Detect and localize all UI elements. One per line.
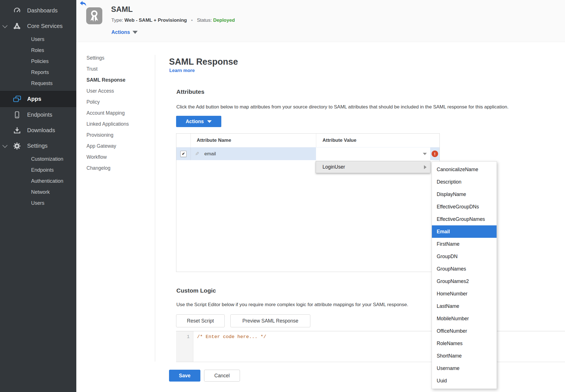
tab-account-mapping[interactable]: Account Mapping [86, 108, 151, 119]
menu-item[interactable]: GroupDN [432, 250, 497, 263]
menu-item[interactable]: HomeNumber [432, 288, 497, 300]
menu-item[interactable]: FirstName [432, 238, 497, 250]
attribute-name-cell[interactable]: ✎ email [191, 147, 316, 160]
saml-app-icon [86, 7, 102, 24]
context-menu-loginuser[interactable]: LoginUser [316, 161, 430, 173]
sidebar-item-downloads[interactable]: Downloads [0, 123, 76, 138]
header-actions-menu[interactable]: Actions [111, 29, 138, 35]
column-header-attribute-name: Attribute Name [191, 134, 316, 147]
phone-icon [12, 111, 21, 119]
menu-item-selected[interactable]: Email [432, 225, 497, 238]
attribute-name-value: email [204, 151, 216, 157]
app-header: SAML Type: Web - SAML + Provisioning • S… [76, 0, 565, 42]
menu-item[interactable]: EffectiveGroupNames [432, 213, 497, 225]
sidebar-item-network[interactable]: Network [0, 187, 76, 198]
page: Dashboards Core Services Users Roles Pol… [0, 0, 565, 392]
script-editor[interactable]: 1 /* Enter code here... */ [176, 331, 565, 362]
app-meta: Type: Web - SAML + Provisioning • Status… [111, 18, 235, 23]
download-icon [12, 127, 21, 134]
menu-item[interactable]: MobileNumber [432, 312, 497, 325]
attributes-table: Attribute Name Attribute Value ✎ email [176, 133, 440, 272]
status-label: Status: [197, 18, 212, 23]
sidebar-item-apps[interactable]: Apps [0, 91, 76, 107]
sidebar-item-label: Downloads [27, 127, 55, 134]
type-value: Web - SAML + Provisioning [124, 18, 187, 23]
attribute-value-dropdown[interactable] [316, 147, 430, 160]
tab-provisioning[interactable]: Provisioning [86, 130, 151, 141]
tab-settings[interactable]: Settings [86, 53, 151, 64]
sidebar-item-label: Apps [27, 96, 41, 102]
chevron-down-icon[interactable] [2, 143, 7, 148]
attribute-submenu: CanonicalizeName Description DisplayName… [432, 161, 497, 389]
menu-item[interactable]: Description [432, 176, 497, 188]
editor-gutter: 1 [176, 331, 193, 362]
menu-item[interactable]: GroupNames2 [432, 275, 497, 288]
chevron-down-icon[interactable] [2, 23, 7, 28]
menu-item[interactable]: LastName [432, 300, 497, 312]
dropdown-caret-icon [423, 153, 427, 155]
tab-user-access[interactable]: User Access [86, 86, 151, 97]
type-label: Type: [111, 18, 123, 23]
sidebar-item-authentication[interactable]: Authentication [0, 176, 76, 187]
tab-saml-response[interactable]: SAML Response [86, 75, 151, 86]
menu-item[interactable]: Username [432, 362, 497, 374]
row-checkbox[interactable] [180, 151, 187, 157]
edit-pencil-icon[interactable]: ✎ [195, 151, 199, 157]
status-badge: Deployed [213, 18, 235, 23]
menu-item[interactable]: OfficeNumber [432, 325, 497, 337]
tab-workflow[interactable]: Workflow [86, 152, 151, 163]
gauge-icon [12, 7, 21, 14]
tab-changelog[interactable]: Changelog [86, 163, 151, 174]
caret-down-icon [133, 31, 138, 34]
page-title: SAML [111, 5, 133, 14]
back-arrow-icon[interactable] [80, 1, 86, 6]
tab-linked-applications[interactable]: Linked Applications [86, 119, 151, 130]
context-menu-label: LoginUser [322, 164, 345, 170]
sidebar-item-requests[interactable]: Requests [0, 78, 76, 89]
sidebar-item-policies[interactable]: Policies [0, 56, 76, 67]
reset-script-button[interactable]: Reset Script [176, 314, 225, 327]
tab-app-gateway[interactable]: App Gateway [86, 141, 151, 152]
sidebar-item-settings-users[interactable]: Users [0, 198, 76, 209]
content-divider [155, 55, 155, 361]
sidebar-item-endpoints[interactable]: Endpoints [0, 107, 76, 123]
attributes-description: Click the Add button below to map attrib… [176, 104, 552, 110]
tab-trust[interactable]: Trust [86, 64, 151, 75]
tab-policy[interactable]: Policy [86, 97, 151, 108]
custom-logic-heading: Custom Logic [176, 287, 216, 294]
sidebar-item-users[interactable]: Users [0, 34, 76, 45]
sidebar-item-settings[interactable]: Settings [0, 138, 76, 154]
preview-saml-response-button[interactable]: Preview SAML Response [230, 314, 310, 327]
caret-down-icon [207, 120, 212, 123]
table-header-row: Attribute Name Attribute Value [176, 134, 440, 147]
menu-item[interactable]: RoleNames [432, 337, 497, 350]
menu-item[interactable]: ShortName [432, 350, 497, 362]
menu-item[interactable]: CanonicalizeName [432, 163, 497, 176]
menu-item[interactable]: Uuid [432, 374, 497, 387]
attributes-actions-button[interactable]: Actions [176, 116, 221, 127]
sidebar-item-core-services[interactable]: Core Services [0, 18, 76, 34]
menu-item[interactable]: GroupNames [432, 263, 497, 275]
column-header-attribute-value: Attribute Value [316, 134, 440, 147]
custom-logic-description: Use the Script Editor below if you requi… [176, 302, 459, 308]
sidebar-item-reports[interactable]: Reports [0, 67, 76, 78]
save-button[interactable]: Save [169, 370, 200, 382]
section-title: SAML Response [169, 57, 238, 67]
sidebar-item-roles[interactable]: Roles [0, 45, 76, 56]
editor-code-area[interactable]: /* Enter code here... */ [193, 331, 565, 362]
cancel-button[interactable]: Cancel [204, 370, 240, 382]
sidebar-item-settings-endpoints[interactable]: Endpoints [0, 165, 76, 176]
submenu-arrow-icon [424, 165, 427, 169]
sidebar-item-dashboards[interactable]: Dashboards [0, 3, 76, 18]
menu-item[interactable]: DisplayName [432, 188, 497, 201]
row-error-area [430, 147, 440, 160]
attribute-value-cell [316, 147, 440, 160]
sidebar-item-label: Core Services [27, 23, 63, 29]
menu-item[interactable]: EffectiveGroupDNs [432, 201, 497, 213]
error-icon [432, 151, 438, 157]
learn-more-link[interactable]: Learn more [169, 68, 195, 73]
checkbox-column-header [176, 134, 191, 147]
table-row[interactable]: ✎ email [176, 147, 440, 160]
sidebar-item-label: Endpoints [27, 112, 52, 118]
sidebar-item-customization[interactable]: Customization [0, 154, 76, 165]
